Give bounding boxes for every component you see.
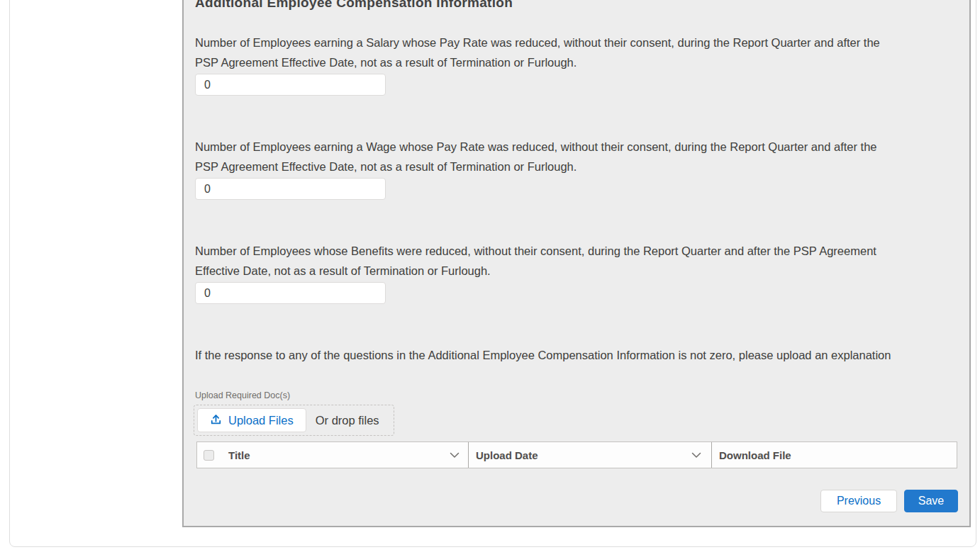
wage-reduced-input[interactable]	[195, 178, 386, 200]
chevron-down-icon[interactable]	[691, 452, 701, 458]
question-wage-reduced-label: Number of Employees earning a Wage whose…	[195, 137, 901, 176]
file-drop-zone[interactable]: Upload Files Or drop files	[194, 405, 394, 436]
upload-files-button[interactable]: Upload Files	[197, 408, 306, 432]
save-button[interactable]: Save	[904, 490, 958, 512]
upload-files-button-label: Upload Files	[228, 414, 294, 427]
upload-required-doc-label: Upload Required Doc(s)	[195, 390, 290, 400]
question-benefits-reduced-label: Number of Employees whose Benefits were …	[195, 242, 901, 281]
page-title: Additional Employee Compensation Informa…	[195, 0, 513, 11]
benefits-reduced-input[interactable]	[195, 282, 386, 304]
select-all-checkbox[interactable]	[204, 450, 214, 461]
column-title-label: Title	[228, 449, 250, 461]
form-actions: Previous Save	[820, 490, 958, 512]
table-column-title[interactable]: Title	[197, 442, 468, 468]
drop-files-label: Or drop files	[316, 414, 379, 427]
previous-button[interactable]: Previous	[820, 490, 897, 512]
chevron-down-icon[interactable]	[450, 452, 460, 458]
table-column-upload-date[interactable]: Upload Date	[468, 442, 711, 468]
column-upload-date-label: Upload Date	[476, 449, 538, 461]
table-column-download-file: Download File	[711, 442, 957, 468]
panel-content: Additional Employee Compensation Informa…	[184, 0, 969, 526]
upload-explanation-prompt: If the response to any of the questions …	[195, 346, 911, 366]
documents-table-header: Title Upload Date	[196, 441, 957, 468]
salary-reduced-input[interactable]	[195, 74, 386, 96]
compensation-form-panel: Additional Employee Compensation Informa…	[182, 0, 971, 527]
upload-icon	[210, 413, 222, 428]
question-salary-reduced-label: Number of Employees earning a Salary who…	[195, 33, 901, 72]
column-download-file-label: Download File	[719, 449, 791, 461]
record-card: Additional Employee Compensation Informa…	[9, 0, 976, 547]
